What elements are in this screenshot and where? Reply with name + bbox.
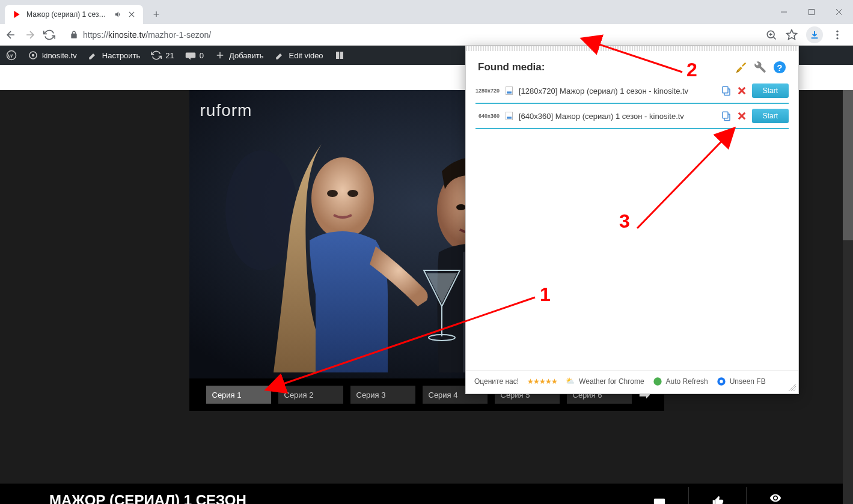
svg-line-49: [268, 297, 535, 389]
svg-line-51: [637, 129, 733, 228]
annotation-3: 3: [619, 210, 630, 232]
annotation-2: 2: [686, 59, 697, 81]
annotation-1: 1: [540, 284, 551, 306]
svg-line-50: [583, 39, 682, 72]
annotation-arrows: [0, 0, 853, 504]
